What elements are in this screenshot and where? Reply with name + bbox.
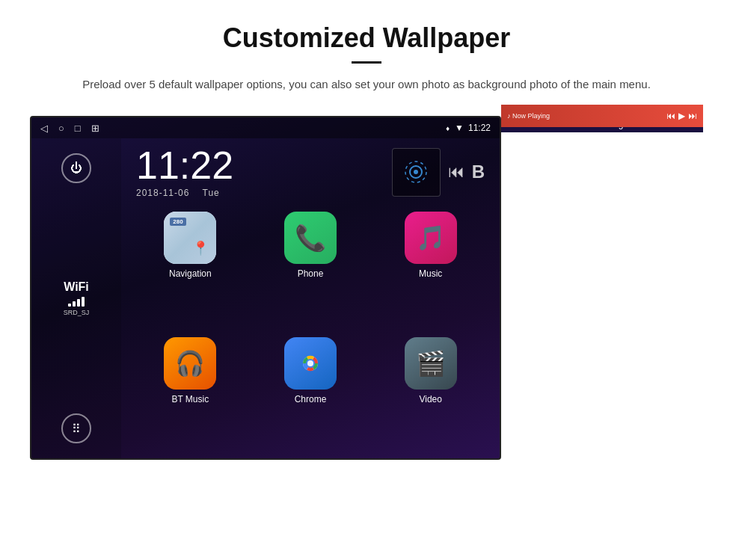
status-bar: ◁ ○ □ ⊞ ⬧ ▼ 11:22 bbox=[31, 117, 500, 138]
wifi-label: WiFi bbox=[64, 280, 90, 294]
chrome-logo bbox=[294, 347, 327, 380]
clapper-icon: 🎬 bbox=[416, 349, 446, 378]
navigation-label: Navigation bbox=[169, 268, 212, 279]
strip-prev-icon[interactable]: ⏮ bbox=[666, 111, 675, 121]
media-icons: ⏮ B bbox=[392, 148, 485, 197]
wifi-info: WiFi SRD_SJ bbox=[64, 280, 90, 316]
media-strip: ♪ Now Playing ⏮ ▶ ⏭ bbox=[501, 105, 703, 127]
svg-point-6 bbox=[307, 360, 313, 366]
clock-date: 2018-11-06 Tue bbox=[136, 188, 233, 198]
strip-next-icon[interactable]: ⏭ bbox=[688, 111, 697, 121]
app-item-music[interactable]: 🎵 Music bbox=[376, 212, 485, 325]
page-header: Customized Wallpaper Preload over 5 defa… bbox=[37, 0, 696, 108]
status-left: ◁ ○ □ ⊞ bbox=[40, 123, 99, 134]
status-right: ⬧ ▼ 11:22 bbox=[445, 123, 491, 133]
android-device: ◁ ○ □ ⊞ ⬧ ▼ 11:22 ⏻ WiFi bbox=[30, 116, 501, 460]
video-label: Video bbox=[419, 394, 441, 404]
page-title: Customized Wallpaper bbox=[82, 22, 651, 54]
phone-emoji: 📞 bbox=[295, 223, 326, 253]
status-time: 11:22 bbox=[468, 123, 491, 133]
chrome-label: Chrome bbox=[295, 394, 327, 404]
svg-point-2 bbox=[414, 170, 418, 174]
prev-track-icon[interactable]: ⏮ bbox=[448, 162, 464, 182]
map-pin-icon: 📍 bbox=[192, 240, 209, 256]
music-icon: 🎵 bbox=[405, 212, 457, 264]
bluetooth-icon: 🎧 bbox=[175, 349, 205, 378]
phone-label: Phone bbox=[298, 268, 324, 279]
apps-grid-icon: ⠿ bbox=[72, 422, 81, 436]
clock-time: 11:22 bbox=[136, 146, 233, 185]
wifi-ssid: SRD_SJ bbox=[64, 309, 90, 316]
app-item-navigation[interactable]: 280 📍 Navigation bbox=[136, 212, 245, 325]
wifi-bar-1 bbox=[68, 304, 71, 307]
composite-display: ◁ ○ □ ⊞ ⬧ ▼ 11:22 ⏻ WiFi bbox=[30, 116, 703, 460]
app-item-video[interactable]: 🎬 Video bbox=[376, 337, 485, 451]
app-grid: 280 📍 Navigation 📞 Phone bbox=[121, 204, 500, 458]
nav-home-icon: ○ bbox=[58, 123, 64, 134]
map-road-label: 280 bbox=[170, 218, 185, 226]
chrome-icon bbox=[284, 337, 337, 390]
navigation-icon: 280 📍 bbox=[164, 212, 216, 264]
media-strip-title: ♪ Now Playing bbox=[507, 112, 550, 120]
wifi-bar-4 bbox=[82, 297, 85, 307]
btmusic-label: BT Music bbox=[171, 394, 209, 404]
device-body: ⏻ WiFi SRD_SJ ⠿ bbox=[31, 138, 500, 458]
device-sidebar: ⏻ WiFi SRD_SJ ⠿ bbox=[31, 138, 121, 458]
music-note-icon: 🎵 bbox=[416, 224, 446, 252]
location-icon: ⬧ bbox=[445, 123, 450, 133]
strip-play-icon[interactable]: ▶ bbox=[678, 111, 685, 121]
wireless-icon bbox=[402, 159, 429, 185]
video-icon: 🎬 bbox=[405, 337, 457, 390]
title-divider bbox=[352, 61, 381, 64]
nav-back-icon: ◁ bbox=[40, 123, 48, 134]
media-strip-controls: ⏮ ▶ ⏭ bbox=[666, 111, 697, 121]
wifi-bar-2 bbox=[73, 301, 76, 307]
media-b-label: B bbox=[472, 161, 485, 182]
app-item-phone[interactable]: 📞 Phone bbox=[257, 212, 365, 325]
nav-recents-icon: □ bbox=[75, 123, 81, 134]
nav-menu-icon: ⊞ bbox=[91, 123, 99, 134]
app-item-chrome[interactable]: Chrome bbox=[257, 337, 365, 451]
wifi-status-icon: ▼ bbox=[455, 123, 464, 133]
power-icon: ⏻ bbox=[70, 161, 82, 175]
clock-block: 11:22 2018-11-06 Tue bbox=[136, 146, 233, 198]
music-label: Music bbox=[419, 268, 442, 279]
btmusic-icon: 🎧 bbox=[164, 337, 216, 390]
app-item-btmusic[interactable]: 🎧 BT Music bbox=[136, 337, 245, 451]
page-subtitle: Preload over 5 default wallpaper options… bbox=[82, 76, 651, 93]
wifi-bar-3 bbox=[77, 299, 80, 307]
device-main: 11:22 2018-11-06 Tue bbox=[121, 138, 500, 458]
clock-area: 11:22 2018-11-06 Tue bbox=[121, 138, 500, 204]
media-box bbox=[392, 148, 441, 197]
wallpaper-panels: ♪ Now Playing ⏮ ▶ ⏭ CarSetting bbox=[501, 116, 703, 132]
power-button[interactable]: ⏻ bbox=[61, 153, 91, 183]
apps-button[interactable]: ⠿ bbox=[61, 413, 91, 443]
phone-icon: 📞 bbox=[284, 212, 337, 264]
wifi-bars bbox=[64, 296, 90, 307]
